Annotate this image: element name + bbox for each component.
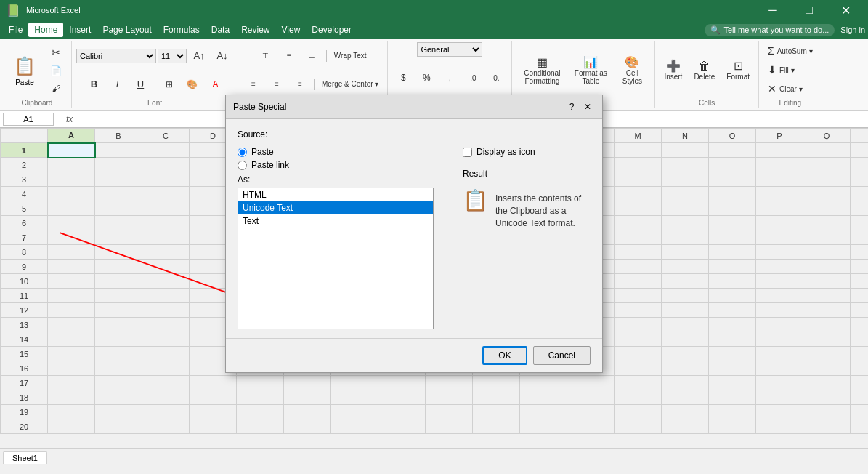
table-cell[interactable] — [756, 390, 803, 405]
col-header-M[interactable]: M — [615, 129, 662, 143]
table-cell[interactable] — [378, 419, 426, 434]
table-cell[interactable] — [709, 347, 756, 361]
dec-decimal-button[interactable]: 0. — [485, 71, 507, 85]
table-cell[interactable] — [803, 245, 851, 260]
table-cell[interactable] — [48, 318, 95, 332]
table-cell[interactable] — [709, 187, 756, 201]
table-cell[interactable] — [615, 143, 662, 158]
table-cell[interactable] — [851, 303, 869, 318]
table-cell[interactable] — [851, 289, 869, 303]
table-cell[interactable] — [615, 303, 662, 318]
table-cell[interactable] — [615, 230, 662, 245]
table-cell[interactable] — [237, 390, 284, 405]
table-cell[interactable] — [803, 332, 851, 347]
align-center-button[interactable]: ≡ — [266, 77, 288, 91]
wrap-text-button[interactable]: Wrap Text — [330, 49, 371, 63]
font-color-button[interactable]: A — [205, 76, 227, 92]
table-cell[interactable] — [851, 332, 869, 347]
table-cell[interactable] — [662, 390, 709, 405]
sheet-tab-sheet1[interactable]: Sheet1 — [3, 451, 47, 464]
table-cell[interactable] — [662, 230, 709, 245]
table-cell[interactable] — [142, 201, 190, 216]
table-cell[interactable] — [95, 158, 142, 172]
table-cell[interactable] — [331, 376, 378, 390]
italic-button[interactable]: I — [107, 76, 129, 92]
table-cell[interactable] — [95, 274, 142, 289]
copy-button[interactable]: 📄 — [45, 63, 67, 79]
list-item-unicode-text[interactable]: Unicode Text — [238, 201, 433, 214]
table-cell[interactable] — [48, 187, 95, 201]
table-cell[interactable] — [142, 158, 190, 172]
table-cell[interactable] — [567, 376, 615, 390]
table-cell[interactable] — [95, 201, 142, 216]
paste-link-radio[interactable] — [238, 161, 247, 170]
table-cell[interactable] — [662, 245, 709, 260]
maximize-button[interactable]: □ — [792, 0, 826, 20]
table-cell[interactable] — [95, 187, 142, 201]
table-cell[interactable] — [95, 260, 142, 274]
table-cell[interactable] — [142, 390, 190, 405]
row-header-1[interactable]: 1 — [1, 143, 48, 158]
table-cell[interactable] — [48, 230, 95, 245]
table-cell[interactable] — [709, 303, 756, 318]
minimize-button[interactable]: ─ — [756, 0, 790, 20]
table-cell[interactable] — [803, 274, 851, 289]
table-cell[interactable] — [851, 318, 869, 332]
table-cell[interactable] — [615, 347, 662, 361]
row-header-20[interactable]: 20 — [1, 419, 48, 434]
paste-button[interactable]: 📋 — [7, 54, 42, 79]
table-cell[interactable] — [190, 390, 237, 405]
table-cell[interactable] — [756, 419, 803, 434]
table-cell[interactable] — [709, 260, 756, 274]
border-button[interactable]: ⊞ — [158, 76, 180, 92]
row-header-7[interactable]: 7 — [1, 230, 48, 245]
table-cell[interactable] — [803, 260, 851, 274]
table-cell[interactable] — [190, 376, 237, 390]
sign-in[interactable]: Sign in — [840, 25, 865, 34]
row-header-10[interactable]: 10 — [1, 274, 48, 289]
format-button[interactable]: ⊡ Format — [722, 56, 754, 84]
table-cell[interactable] — [803, 376, 851, 390]
table-cell[interactable] — [851, 201, 869, 216]
ribbon-search[interactable]: 🔍 Tell me what you want to do... — [705, 24, 835, 36]
table-cell[interactable] — [662, 332, 709, 347]
align-right-button[interactable]: ≡ — [289, 77, 311, 91]
row-header-5[interactable]: 5 — [1, 201, 48, 216]
table-cell[interactable] — [142, 303, 190, 318]
table-cell[interactable] — [520, 405, 567, 419]
table-cell[interactable] — [95, 405, 142, 419]
inc-decimal-button[interactable]: .0 — [462, 71, 484, 85]
table-cell[interactable] — [851, 361, 869, 376]
table-cell[interactable] — [142, 376, 190, 390]
table-cell[interactable] — [142, 143, 190, 158]
menu-review[interactable]: Review — [235, 23, 275, 37]
table-cell[interactable] — [709, 172, 756, 187]
list-item-html[interactable]: HTML — [238, 188, 433, 201]
insert-button[interactable]: ➕ Insert — [660, 56, 686, 84]
autosum-button[interactable]: Σ AutoSum ▾ — [763, 42, 817, 60]
table-cell[interactable] — [95, 172, 142, 187]
table-cell[interactable] — [662, 419, 709, 434]
table-cell[interactable] — [48, 172, 95, 187]
row-header-3[interactable]: 3 — [1, 172, 48, 187]
table-cell[interactable] — [756, 332, 803, 347]
table-cell[interactable] — [851, 245, 869, 260]
table-cell[interactable] — [803, 318, 851, 332]
table-cell[interactable] — [756, 347, 803, 361]
table-cell[interactable] — [851, 230, 869, 245]
row-header-12[interactable]: 12 — [1, 303, 48, 318]
row-header-19[interactable]: 19 — [1, 405, 48, 419]
table-cell[interactable] — [95, 419, 142, 434]
table-cell[interactable] — [709, 143, 756, 158]
table-cell[interactable] — [615, 361, 662, 376]
fill-color-button[interactable]: 🎨 — [182, 76, 203, 92]
increase-font-button[interactable]: A↑ — [188, 49, 210, 63]
table-cell[interactable] — [756, 230, 803, 245]
table-cell[interactable] — [615, 405, 662, 419]
table-cell[interactable] — [142, 419, 190, 434]
name-box[interactable] — [3, 113, 54, 126]
cancel-button[interactable]: Cancel — [533, 346, 591, 365]
table-cell[interactable] — [95, 318, 142, 332]
table-cell[interactable] — [662, 201, 709, 216]
decrease-font-button[interactable]: A↓ — [211, 49, 233, 63]
